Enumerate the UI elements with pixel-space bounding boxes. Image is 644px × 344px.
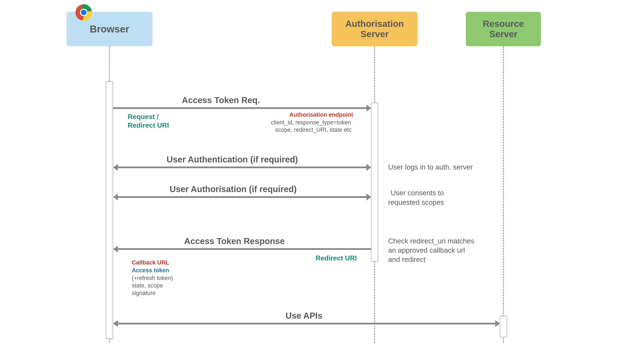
arrow-m5-head-r <box>495 320 500 327</box>
participant-browser-label: Browser <box>90 24 129 35</box>
arrow-m1-head <box>366 105 371 112</box>
arrow-m2-head-l <box>113 164 118 171</box>
m4-resp-5: signature <box>132 289 156 297</box>
arrow-m5 <box>118 323 495 324</box>
label-m5: Use APIs <box>286 311 322 320</box>
m2-side-note: User logs in to auth. server <box>388 162 473 172</box>
m3-side-note-1: User consents to <box>391 188 444 198</box>
label-m1: Access Token Req. <box>182 95 260 105</box>
label-m3: User Authorisation (if required) <box>170 184 297 194</box>
participant-resource-server-label: Resource Server <box>483 19 524 40</box>
m1-left-note-1: Request / <box>128 112 159 121</box>
arrow-m4 <box>118 248 371 250</box>
activation-browser <box>106 81 113 339</box>
m4-resp-4: state, scope <box>132 282 163 289</box>
m1-left-note-2: Redirect URI <box>128 121 169 130</box>
participant-resource-server: Resource Server <box>466 12 541 46</box>
arrow-m3-head-r <box>366 194 371 200</box>
lifeline-resource <box>503 46 504 343</box>
m1-right-note-body-1: client_id, response_type=token <box>271 119 351 126</box>
m4-right-label: Redirect URI <box>316 253 357 263</box>
label-m2: User Authentication (if required) <box>166 155 298 164</box>
participant-auth-server-label: Authorisation Server <box>346 19 404 40</box>
arrow-m3-head-l <box>113 194 118 200</box>
chrome-icon <box>75 4 92 21</box>
participant-auth-server: Authorisation Server <box>332 12 418 46</box>
arrow-m2 <box>118 167 366 168</box>
arrow-m4-head-l <box>113 246 118 252</box>
m4-side-note-1: Check redirect_uri matches <box>388 236 474 246</box>
arrow-m3 <box>118 196 366 198</box>
m4-resp-3: (+refresh token) <box>132 274 173 282</box>
m4-side-note-2: an approved callback url <box>388 246 465 255</box>
activation-resource <box>500 316 507 337</box>
arrow-m5-head-l <box>113 320 118 327</box>
m1-right-note-body-2: scope, redirect_URI, state etc <box>275 126 352 134</box>
sequence-diagram: Browser Authorisation Server Resource Se… <box>0 0 644 344</box>
activation-auth <box>371 103 378 262</box>
m4-resp-1: Callback URL <box>132 259 169 266</box>
arrow-m2-head-r <box>366 164 371 171</box>
arrow-m1 <box>113 107 366 109</box>
m4-resp-2: Access token <box>132 266 169 274</box>
m4-side-note-3: and redirect <box>388 255 426 264</box>
m3-side-note-2: requested scopes <box>388 198 444 207</box>
svg-point-2 <box>81 10 86 15</box>
m1-right-note-title: Authorisation endpoint <box>289 111 353 119</box>
label-m4: Access Token Response <box>184 236 285 246</box>
